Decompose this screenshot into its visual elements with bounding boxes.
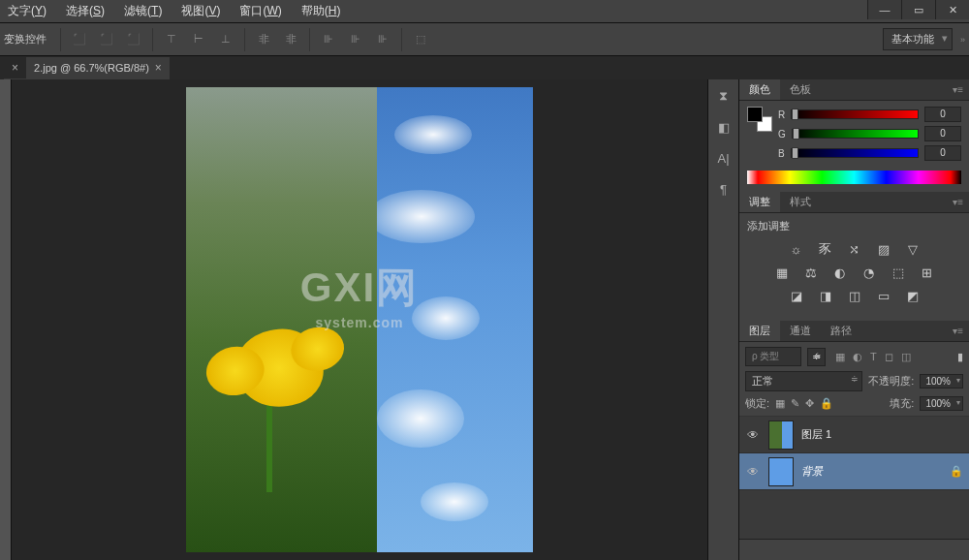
color-lookup-icon[interactable]: ⊞ xyxy=(919,264,936,280)
distribute-v-icon[interactable]: ⾮ xyxy=(280,29,301,50)
lock-pixels-icon[interactable]: ✎ xyxy=(791,397,799,410)
curves-icon[interactable]: ⤭ xyxy=(846,241,863,257)
color-balance-icon[interactable]: ⚖ xyxy=(802,264,820,280)
align-left-icon[interactable]: ⬛ xyxy=(69,29,90,50)
panels-column: 颜色 色板 ▾≡ R 0 G 0 xyxy=(738,79,969,560)
layer-item[interactable]: 👁 背景 🔒 xyxy=(739,453,969,490)
vibrance-icon[interactable]: ▽ xyxy=(904,241,922,257)
close-icon[interactable]: × xyxy=(155,61,162,75)
b-field[interactable]: 0 xyxy=(924,145,961,161)
gradient-map-icon[interactable]: ▭ xyxy=(875,288,892,303)
distribute-left-icon[interactable]: ⊪ xyxy=(318,29,339,50)
layer-item[interactable]: 👁 图层 1 xyxy=(739,417,969,453)
foreground-background-swatch[interactable] xyxy=(747,107,772,132)
b-label: B xyxy=(778,148,785,159)
watermark: GXI网 system.com xyxy=(300,261,419,330)
tab-styles[interactable]: 样式 xyxy=(780,192,821,212)
add-adjustment-label: 添加调整 xyxy=(747,219,961,233)
tab-layers[interactable]: 图层 xyxy=(739,321,780,341)
fill-label: 填充: xyxy=(890,396,914,411)
document-tab-prev[interactable]: × xyxy=(4,57,26,79)
threshold-icon[interactable]: ◫ xyxy=(846,288,863,303)
hue-ramp[interactable] xyxy=(747,171,961,184)
canvas-area[interactable]: GXI网 system.com xyxy=(12,79,707,560)
close-icon[interactable]: × xyxy=(12,61,18,75)
menu-select[interactable]: 选择(S) xyxy=(66,3,105,19)
blend-mode-select[interactable]: 正常 xyxy=(745,371,862,391)
g-field[interactable]: 0 xyxy=(924,126,961,141)
filter-smart-icon[interactable]: ◫ xyxy=(901,351,911,363)
distribute-center-icon[interactable]: ⊪ xyxy=(345,29,366,50)
menu-view[interactable]: 视图(V) xyxy=(181,3,220,19)
selective-color-icon[interactable]: ◩ xyxy=(904,288,922,303)
visibility-toggle[interactable]: 👁 xyxy=(745,465,761,479)
visibility-toggle[interactable]: 👁 xyxy=(745,428,761,442)
align-center-h-icon[interactable]: ⬛ xyxy=(96,29,117,50)
chevron-right-icon[interactable]: » xyxy=(960,35,965,45)
history-icon[interactable]: ⧗ xyxy=(715,87,733,105)
menu-window[interactable]: 窗口(W) xyxy=(239,3,281,19)
workspace-selector[interactable]: 基本功能 xyxy=(883,28,953,50)
panel-menu-icon[interactable]: ▾≡ xyxy=(947,197,969,207)
lock-position-icon[interactable]: ✥ xyxy=(805,397,814,410)
layer-thumbnail[interactable] xyxy=(768,457,794,486)
panel-menu-icon[interactable]: ▾≡ xyxy=(947,84,969,95)
fill-field[interactable]: 100% xyxy=(920,396,963,411)
distribute-right-icon[interactable]: ⊪ xyxy=(372,29,393,50)
character-icon[interactable]: A| xyxy=(715,149,733,167)
tab-swatches[interactable]: 色板 xyxy=(780,79,821,100)
posterize-icon[interactable]: ◨ xyxy=(817,288,834,303)
properties-icon[interactable]: ◧ xyxy=(715,118,733,136)
opacity-field[interactable]: 100% xyxy=(920,374,963,389)
align-bottom-icon[interactable]: ⊥ xyxy=(215,29,236,50)
r-slider[interactable] xyxy=(791,109,919,119)
distribute-h-icon[interactable]: ⾮ xyxy=(253,29,274,50)
menu-type[interactable]: 文字(Y) xyxy=(8,3,47,19)
paragraph-icon[interactable]: ¶ xyxy=(715,180,733,198)
minimize-button[interactable]: — xyxy=(867,0,901,19)
auto-align-icon[interactable]: ⬚ xyxy=(410,29,431,50)
hue-icon[interactable]: ▦ xyxy=(773,264,791,280)
levels-icon[interactable]: ⾗ xyxy=(817,241,834,257)
exposure-icon[interactable]: ▨ xyxy=(875,241,892,257)
channel-mixer-icon[interactable]: ⬚ xyxy=(890,264,907,280)
filter-shape-icon[interactable]: ◻ xyxy=(885,351,893,363)
layers-footer xyxy=(739,539,969,560)
align-middle-icon[interactable]: ⊢ xyxy=(188,29,209,50)
opacity-label: 不透明度: xyxy=(868,374,914,389)
filter-pixel-icon[interactable]: ▦ xyxy=(835,351,845,363)
menu-help[interactable]: 帮助(H) xyxy=(301,3,341,19)
close-button[interactable]: ✕ xyxy=(935,0,969,19)
panel-menu-icon[interactable]: ▾≡ xyxy=(947,326,969,336)
document-tabs: × 2.jpg @ 66.7%(RGB/8#) × xyxy=(0,56,969,79)
menu-filter[interactable]: 滤镜(T) xyxy=(124,3,162,19)
invert-icon[interactable]: ◪ xyxy=(788,288,805,303)
filter-type-icon[interactable]: T xyxy=(870,351,877,363)
lock-transparent-icon[interactable]: ▦ xyxy=(775,397,785,410)
tool-palette-edge xyxy=(0,79,12,560)
maximize-button[interactable]: ▭ xyxy=(901,0,935,19)
layer-name[interactable]: 背景 xyxy=(801,464,823,479)
filter-toggle[interactable]: ▮ xyxy=(957,351,963,363)
g-slider[interactable] xyxy=(792,129,919,139)
lock-icon: 🔒 xyxy=(950,465,963,478)
b-slider[interactable] xyxy=(791,148,919,158)
tab-color[interactable]: 颜色 xyxy=(739,79,780,100)
r-field[interactable]: 0 xyxy=(924,107,961,122)
tab-paths[interactable]: 路径 xyxy=(821,321,861,341)
layer-filter-kind[interactable]: ≑ xyxy=(807,348,826,366)
align-top-icon[interactable]: ⊤ xyxy=(161,29,182,50)
tab-adjustments[interactable]: 调整 xyxy=(739,192,780,212)
brightness-icon[interactable]: ☼ xyxy=(788,241,805,257)
filter-adjust-icon[interactable]: ◐ xyxy=(853,351,862,363)
lock-all-icon[interactable]: 🔒 xyxy=(820,397,833,410)
layer-thumbnail[interactable] xyxy=(768,420,794,450)
bw-icon[interactable]: ◐ xyxy=(831,264,849,280)
tab-channels[interactable]: 通道 xyxy=(780,321,821,341)
document-tab[interactable]: 2.jpg @ 66.7%(RGB/8#) × xyxy=(26,57,170,79)
layer-filter-search[interactable]: ρ 类型 xyxy=(745,347,801,366)
photo-filter-icon[interactable]: ◔ xyxy=(860,264,878,280)
g-label: G xyxy=(778,129,786,140)
align-right-icon[interactable]: ⬛ xyxy=(123,29,144,50)
layer-name[interactable]: 图层 1 xyxy=(801,427,831,442)
